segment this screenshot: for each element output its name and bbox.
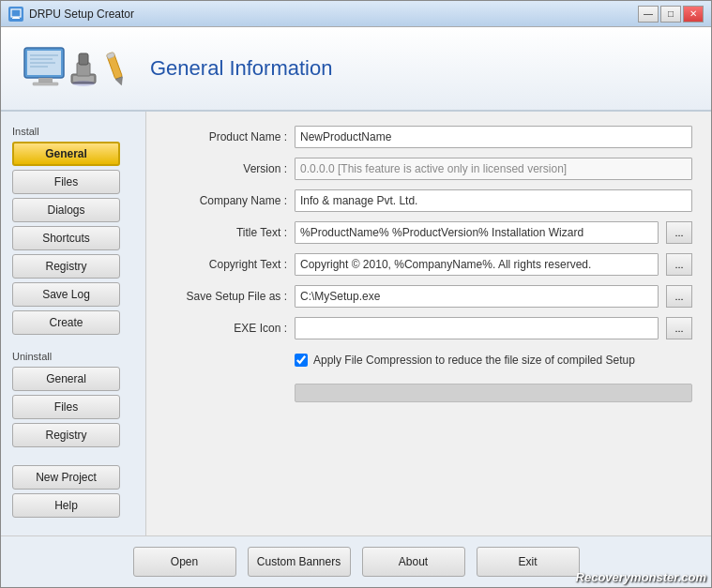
main-form: Product Name : Version : Company Name : … [146,112,711,535]
exe-icon-row: EXE Icon : ... [165,317,692,339]
save-setup-browse[interactable]: ... [666,285,692,308]
title-text-input[interactable] [295,221,659,244]
custom-banners-button[interactable]: Custom Banners [248,547,351,577]
bottom-button-bar: Open Custom Banners About Exit [1,535,711,587]
new-project-button[interactable]: New Project [12,465,120,490]
progress-bar-area [295,384,692,402]
save-setup-label: Save Setup File as : [165,290,287,303]
header: General Information [1,27,711,112]
exe-icon-browse[interactable]: ... [666,317,692,339]
svg-rect-0 [11,9,21,17]
exit-button[interactable]: Exit [477,547,580,577]
copyright-text-browse[interactable]: ... [666,253,692,276]
company-name-label: Company Name : [165,194,287,207]
version-label: Version : [165,162,287,175]
sidebar-item-uninstall-general[interactable]: General [12,367,120,391]
window-controls: — □ ✕ [638,6,704,23]
minimize-button[interactable]: — [638,6,659,23]
sidebar-item-uninstall-files[interactable]: Files [12,395,120,419]
help-button[interactable]: Help [12,493,120,518]
progress-bar [295,384,692,402]
window-title: DRPU Setup Creator [29,8,638,21]
title-text-label: Title Text : [165,226,287,239]
uninstall-label: Uninstall [12,351,134,362]
sidebar-item-install-save-log[interactable]: Save Log [12,282,120,307]
exe-icon-label: EXE Icon : [165,322,287,335]
main-window: DRPU Setup Creator — □ ✕ [0,0,712,588]
svg-point-15 [72,81,95,86]
sidebar-item-install-shortcuts[interactable]: Shortcuts [12,226,120,250]
compression-checkbox-row: Apply File Compression to reduce the fil… [295,354,692,367]
sidebar-item-install-registry[interactable]: Registry [12,254,120,279]
company-name-row: Company Name : [165,189,692,212]
maximize-button[interactable]: □ [660,6,681,23]
svg-rect-14 [79,53,88,65]
product-name-input[interactable] [295,126,692,148]
company-name-input[interactable] [295,189,692,212]
sidebar-bottom: New Project Help [12,465,134,526]
version-row: Version : [165,158,692,180]
form-grid: Product Name : Version : Company Name : … [165,126,692,521]
copyright-text-row: Copyright Text : ... [165,253,692,276]
save-setup-input[interactable] [295,285,659,308]
product-name-row: Product Name : [165,126,692,148]
svg-rect-6 [33,83,58,85]
open-button[interactable]: Open [133,547,236,577]
sidebar-item-install-files[interactable]: Files [12,170,120,194]
install-label: Install [12,126,134,137]
content-area: Install General Files Dialogs Shortcuts … [1,112,711,535]
svg-rect-5 [38,78,53,83]
version-input [295,158,692,180]
sidebar-item-install-create[interactable]: Create [12,310,120,335]
svg-rect-2 [12,18,20,19]
product-name-label: Product Name : [165,130,287,143]
about-button[interactable]: About [362,547,465,577]
page-title: General Information [150,56,332,81]
copyright-text-label: Copyright Text : [165,258,287,271]
header-icons [20,46,131,91]
title-text-row: Title Text : ... [165,221,692,244]
copyright-text-input[interactable] [295,253,659,276]
sidebar-item-uninstall-registry[interactable]: Registry [12,423,120,447]
sidebar: Install General Files Dialogs Shortcuts … [1,112,146,535]
sidebar-item-install-dialogs[interactable]: Dialogs [12,198,120,222]
close-button[interactable]: ✕ [683,6,704,23]
title-text-browse[interactable]: ... [666,221,692,244]
sidebar-item-install-general[interactable]: General [12,142,120,166]
title-bar: DRPU Setup Creator — □ ✕ [1,1,711,27]
exe-icon-input[interactable] [295,317,659,339]
save-setup-row: Save Setup File as : ... [165,285,692,308]
compression-checkbox[interactable] [295,354,308,367]
compression-label: Apply File Compression to reduce the fil… [313,354,635,367]
app-icon [8,7,23,22]
